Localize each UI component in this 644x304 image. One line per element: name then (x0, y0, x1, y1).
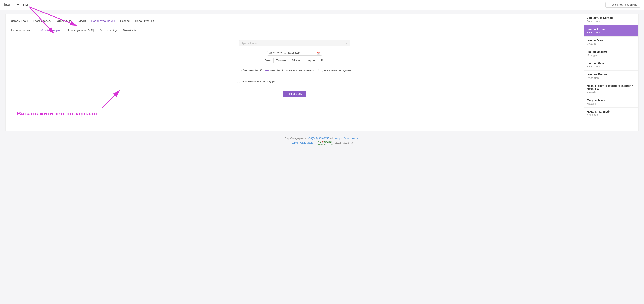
period-btn-0[interactable]: День (262, 58, 274, 63)
footer-bottom-line: Користувача угода CARBOOK cause we love … (6, 141, 638, 145)
support-line: Служба підтримки: +38(044) 389-3355 або … (6, 137, 638, 140)
period-btn-2[interactable]: Місяць (289, 58, 303, 63)
employee-role: Запчастист (587, 20, 634, 23)
employee-name: Начальніка Шеф (587, 110, 634, 113)
registered-icon: R (350, 142, 353, 144)
detail-radio-0[interactable]: без деталізації (238, 69, 262, 72)
main-wrap: Загальні даніГрафік роботиСтатистикаВідг… (0, 10, 644, 149)
tab-6[interactable]: Налаштування (135, 17, 154, 25)
employee-item-4[interactable]: Іванова ЛінаЗапчастист (584, 59, 638, 70)
employee-select[interactable]: Артем Іванов ⌄ (239, 40, 350, 46)
tab-2[interactable]: Статистика (57, 17, 71, 25)
tab-3[interactable]: Відгуки (77, 17, 86, 25)
employee-name: механік тест Тестування зарплати механік… (587, 84, 634, 90)
employee-name: Іванов Гена (587, 39, 634, 42)
checkbox-label: включати авансові ордери (242, 80, 275, 83)
employee-role: Менеджер (587, 54, 634, 57)
subtab-0[interactable]: Налаштування (11, 27, 30, 34)
employee-name: Запчастист Богдан (587, 16, 634, 19)
chevron-down-icon: ⌄ (346, 42, 348, 44)
employee-name: Мінутка Міша (587, 99, 634, 102)
employee-role: механік (587, 91, 634, 94)
radio-icon (238, 69, 242, 72)
employee-role: Запчастист (587, 65, 634, 68)
user-agreement-link[interactable]: Користувача угода (291, 141, 313, 144)
employee-name: Іванова Поліна (587, 73, 634, 76)
sub-tabs: НалаштуванняНовий звіт за періодНалаштув… (11, 27, 578, 34)
date-range-picker[interactable]: 01.02.2023 → 28.02.2023 📅 (267, 51, 322, 56)
detail-radio-group: без деталізаціїдеталізація по наряд-замо… (226, 69, 363, 72)
arrow-right-icon: → (284, 52, 286, 55)
employee-item-3[interactable]: Іванов МаксимМенеджер (584, 48, 638, 59)
subtab-3[interactable]: Звіт за період (100, 27, 117, 34)
back-to-list-button[interactable]: ← до списку працівників (606, 2, 640, 8)
employee-item-2[interactable]: Іванов Генамеханік (584, 36, 638, 48)
annotation-text: Вивантажити звіт по зарплаті (17, 111, 578, 117)
arrow-left-icon: ← (608, 3, 611, 6)
tab-4[interactable]: Налаштування ЗП (91, 17, 114, 25)
date-from: 01.02.2023 (270, 52, 282, 55)
subtab-2[interactable]: Налаштування (OLD) (67, 27, 94, 34)
left-panel: Загальні даніГрафік роботиСтатистикаВідг… (6, 14, 584, 131)
radio-icon (266, 69, 269, 72)
period-button-group: ДеньТижденьМісяцьКварталРік (226, 58, 363, 63)
employee-name: Іванов Артем (587, 27, 634, 31)
support-email-link[interactable]: support@carbook.pro (335, 137, 359, 140)
include-advance-checkbox[interactable]: включати авансові ордери (237, 80, 275, 83)
employee-item-7[interactable]: Мінутка МішаМеханік (584, 96, 638, 108)
page-title: Іванов Артем (4, 2, 28, 7)
employee-item-8[interactable]: Начальніка ШефДиректор (584, 108, 638, 119)
report-form: Артем Іванов ⌄ 01.02.2023 → 28.02.2023 📅… (226, 40, 363, 97)
period-btn-4[interactable]: Рік (318, 58, 328, 63)
subtab-1[interactable]: Новий звіт за період (36, 27, 62, 34)
calendar-icon: 📅 (317, 52, 320, 55)
employee-item-0[interactable]: Запчастист БогданЗапчастист (584, 14, 638, 25)
detail-radio-1[interactable]: деталізація по наряд-замовленням (266, 69, 314, 72)
employee-sidebar: Запчастист БогданЗапчастистІванов АртемЗ… (584, 14, 638, 131)
footer: Служба підтримки: +38(044) 389-3355 або … (6, 131, 638, 149)
period-btn-3[interactable]: Квартал (303, 58, 318, 63)
employee-role: Запчастист (587, 31, 634, 34)
detail-radio-2[interactable]: деталізація по рядкам (318, 69, 351, 72)
employee-role: Директор (587, 113, 634, 116)
checkbox-icon (237, 80, 240, 83)
employee-role: механік (587, 42, 634, 45)
main-tabs: Загальні даніГрафік роботиСтатистикаВідг… (11, 17, 578, 25)
employee-item-5[interactable]: Іванова ПолінаБухгалтер (584, 70, 638, 82)
back-label: до списку працівників (612, 3, 637, 6)
period-btn-1[interactable]: Тиждень (274, 58, 289, 63)
employee-role: Бухгалтер (587, 76, 634, 79)
date-to: 28.02.2023 (288, 52, 300, 55)
support-phone-link[interactable]: +38(044) 389-3355 (308, 137, 329, 140)
employee-role: Механік (587, 102, 634, 105)
employee-name: Іванов Максим (587, 50, 634, 53)
tab-0[interactable]: Загальні дані (11, 17, 28, 25)
employee-select-value: Артем Іванов (242, 42, 258, 45)
employee-item-6[interactable]: механік тест Тестування зарплати механік… (584, 82, 638, 96)
radio-icon (318, 69, 322, 72)
subtab-4[interactable]: Річний звіт (122, 27, 136, 34)
employee-item-1[interactable]: Іванов АртемЗапчастист (584, 25, 638, 36)
content-card: Загальні даніГрафік роботиСтатистикаВідг… (6, 14, 638, 131)
employee-name: Іванова Ліна (587, 61, 634, 65)
checkbox-row: включати авансові ордери (226, 80, 363, 83)
page-header: Іванов Артем ← до списку працівників (0, 0, 644, 10)
employee-list: Запчастист БогданЗапчастистІванов АртемЗ… (584, 14, 638, 131)
tab-1[interactable]: Графік роботи (34, 17, 52, 25)
calculate-button[interactable]: Розрахувати (283, 91, 306, 97)
tab-5[interactable]: Посади (120, 17, 130, 25)
carbook-logo: CARBOOK cause we love the cars (316, 141, 334, 145)
